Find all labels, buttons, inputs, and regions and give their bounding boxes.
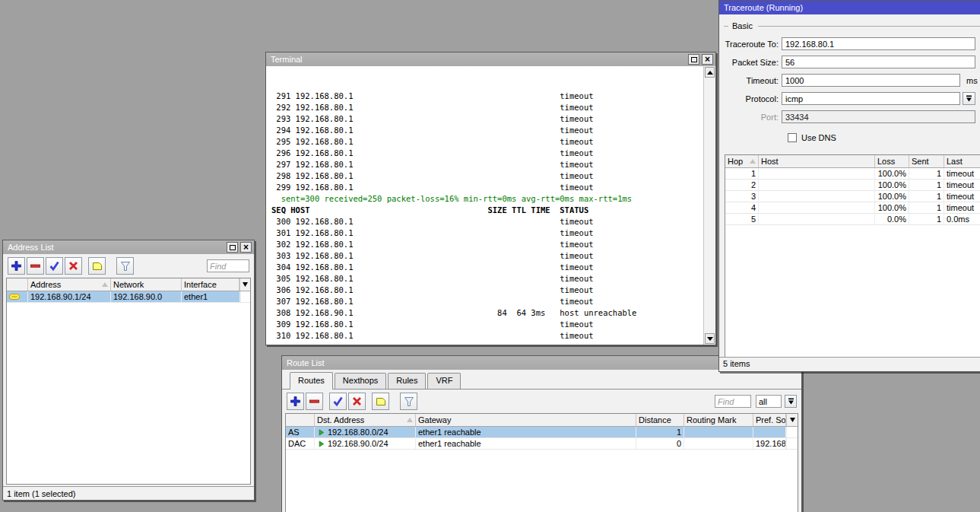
comment-button[interactable] xyxy=(372,393,389,410)
terminal-output[interactable]: 291 192.168.80.1 timeout 292 192.168.80.… xyxy=(266,66,715,345)
disable-button[interactable] xyxy=(65,257,82,275)
comment-button[interactable] xyxy=(88,257,106,275)
window-title: Terminal xyxy=(271,55,686,64)
window-title: Address List xyxy=(8,243,224,252)
last-cell: 0.0ms xyxy=(944,214,980,224)
column-header-hop[interactable]: Hop xyxy=(725,155,759,167)
address-cell: 192.168.90.1/24 xyxy=(28,291,111,302)
remove-button[interactable] xyxy=(306,393,323,410)
route-active-icon xyxy=(317,428,325,437)
protocol-input[interactable] xyxy=(782,92,960,105)
traceroute-to-input[interactable] xyxy=(782,37,975,50)
close-button[interactable]: × xyxy=(702,54,713,65)
add-button[interactable] xyxy=(287,393,304,410)
column-header-icon[interactable] xyxy=(7,278,28,291)
column-header-interface[interactable]: Interface xyxy=(182,278,239,291)
plus-icon xyxy=(290,396,301,407)
last-cell: timeout xyxy=(944,180,980,190)
column-header-distance[interactable]: Distance xyxy=(636,414,684,426)
column-select-button[interactable] xyxy=(239,278,250,291)
address-row[interactable]: 192.168.90.1/24 192.168.90.0 ether1 xyxy=(7,291,250,303)
distance-cell: 0 xyxy=(636,438,684,449)
hop-row[interactable]: 3 100.0% 1 timeout xyxy=(725,191,980,202)
packet-size-input[interactable] xyxy=(782,56,975,68)
column-header-address[interactable]: Address xyxy=(28,278,111,291)
column-header-routing-mark[interactable]: Routing Mark xyxy=(684,414,753,426)
desktop: Terminal × 291 192.168.80.1 timeout 292 … xyxy=(0,0,980,512)
close-button[interactable]: × xyxy=(240,242,252,253)
column-header-host[interactable]: Host xyxy=(759,155,875,167)
window-title: Route List xyxy=(287,358,772,367)
host-cell xyxy=(759,168,875,179)
last-cell: timeout xyxy=(944,191,980,202)
terminal-line: 302 192.168.80.1 timeout xyxy=(271,239,702,250)
maximize-button[interactable] xyxy=(227,242,238,253)
sent-cell: 1 xyxy=(909,202,944,213)
column-header-dst-address[interactable]: Dst. Address xyxy=(315,414,416,426)
dropdown-arrow-icon xyxy=(242,281,249,288)
dropdown-bar-arrow-icon xyxy=(966,95,972,103)
terminal-line: 294 192.168.80.1 timeout xyxy=(271,125,702,136)
terminal-line: sent=300 received=250 packet-loss=16% mi… xyxy=(271,193,702,205)
minus-icon xyxy=(30,260,41,272)
traceroute-titlebar[interactable]: Traceroute (Running) xyxy=(719,1,980,14)
enable-button[interactable] xyxy=(329,393,347,410)
hop-row[interactable]: 2 100.0% 1 timeout xyxy=(725,180,980,191)
scroll-up-button[interactable] xyxy=(705,67,715,78)
traceroute-to-label: Traceroute To: xyxy=(722,40,782,49)
arrow-up-icon xyxy=(707,71,713,75)
protocol-dropdown-button[interactable] xyxy=(963,92,975,105)
host-cell xyxy=(759,202,875,213)
route-row[interactable]: AS 192.168.80.0/24 ether1 reachable 1 xyxy=(286,427,798,438)
dst-address-cell: 192.168.80.0/24 xyxy=(328,427,389,437)
filter-button[interactable] xyxy=(400,393,417,410)
tab[interactable]: Routes xyxy=(290,372,333,390)
hop-cell: 3 xyxy=(725,191,759,202)
disable-button[interactable] xyxy=(348,393,366,410)
terminal-titlebar[interactable]: Terminal × xyxy=(266,52,715,66)
route-row[interactable]: DAC 192.168.90.0/24 ether1 reachable 0 1… xyxy=(286,438,798,450)
filter-button[interactable] xyxy=(116,257,134,275)
address-list-rows: 192.168.90.1/24 192.168.90.0 ether1 xyxy=(7,291,250,303)
column-header-network[interactable]: Network xyxy=(111,278,182,291)
use-dns-checkbox[interactable] xyxy=(788,133,797,142)
tab[interactable]: Nexthops xyxy=(335,373,386,389)
terminal-line: 309 192.168.80.1 timeout xyxy=(271,319,702,330)
column-header-gateway[interactable]: Gateway xyxy=(416,414,636,426)
hop-row[interactable]: 4 100.0% 1 timeout xyxy=(725,202,980,214)
column-header-loss[interactable]: Loss xyxy=(875,155,909,167)
enable-button[interactable] xyxy=(46,257,63,275)
add-button[interactable] xyxy=(8,257,25,275)
close-icon: × xyxy=(243,243,249,251)
maximize-icon xyxy=(230,245,236,250)
tab[interactable]: Rules xyxy=(388,373,426,389)
scroll-down-button[interactable] xyxy=(705,333,715,344)
check-icon xyxy=(332,396,344,407)
terminal-scrollbar[interactable] xyxy=(703,66,715,345)
tab[interactable]: VRF xyxy=(427,373,461,389)
column-select-button[interactable] xyxy=(786,414,798,426)
hop-row[interactable]: 1 100.0% 1 timeout xyxy=(725,168,980,180)
column-header-flags[interactable] xyxy=(286,414,315,426)
find-input[interactable] xyxy=(207,259,249,272)
column-header-pref-source[interactable]: Pref. Source xyxy=(753,414,786,426)
hop-row[interactable]: 5 0.0% 1 0.0ms xyxy=(725,214,980,225)
timeout-input[interactable] xyxy=(782,74,960,87)
cross-icon xyxy=(351,396,363,407)
terminal-line: 308 192.168.90.1 84 64 3ms host unreacha… xyxy=(271,307,702,319)
routing-mark-cell xyxy=(684,427,753,437)
loss-cell: 100.0% xyxy=(875,180,909,190)
address-list-titlebar[interactable]: Address List × xyxy=(3,240,254,254)
maximize-button[interactable] xyxy=(688,54,699,65)
terminal-line: 299 192.168.80.1 timeout xyxy=(271,182,702,193)
find-input[interactable] xyxy=(715,395,751,408)
remove-button[interactable] xyxy=(27,257,44,275)
filter-scope-select[interactable]: all xyxy=(756,395,782,408)
hop-cell: 5 xyxy=(725,214,759,224)
sent-cell: 1 xyxy=(909,180,944,190)
column-header-sent[interactable]: Sent xyxy=(909,155,944,167)
column-header-last[interactable]: Last xyxy=(944,155,980,167)
scope-dropdown-button[interactable] xyxy=(785,395,797,408)
terminal-line: 303 192.168.80.1 timeout xyxy=(271,250,702,262)
timeout-unit-label: ms xyxy=(966,76,978,85)
